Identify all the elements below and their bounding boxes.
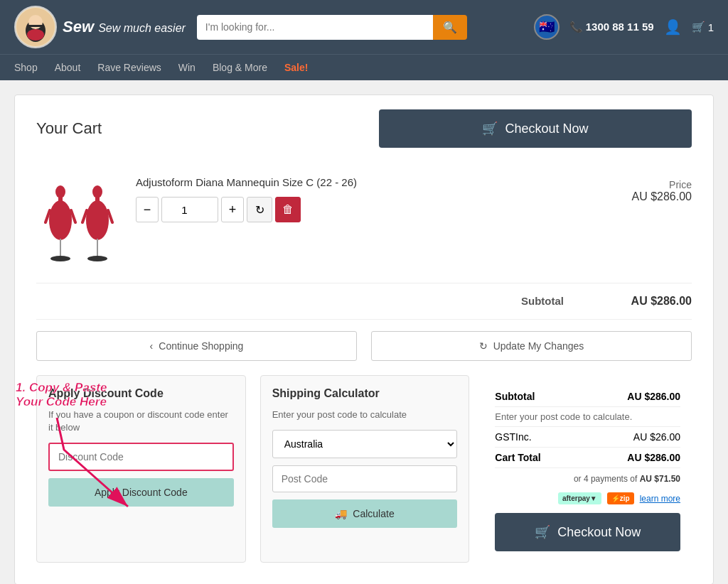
subtotal-value: AU $286.00 [621,295,692,308]
svg-point-16 [87,256,107,261]
cart-total-value: AU $286.00 [627,452,680,463]
shipping-title: Shipping Calculator [272,387,458,400]
continue-shopping-button[interactable]: ‹ Continue Shopping [36,331,357,361]
subtotal-row: Subtotal AU $286.00 [36,283,692,320]
gst-label: GSTInc. [495,431,531,443]
svg-point-9 [50,256,70,261]
qty-input[interactable] [161,197,218,222]
nav-reviews[interactable]: Rave Reviews [97,59,161,76]
search-input[interactable] [197,15,433,40]
cart-total-row: Cart Total AU $286.00 [495,448,680,468]
gst-value: AU $26.00 [633,431,680,443]
update-changes-button[interactable]: ↻ Update My Changes [371,331,692,361]
svg-rect-15 [97,239,98,257]
nav-sale[interactable]: Sale! [284,59,308,76]
summary-subtotal-value: AU $286.00 [627,391,680,402]
nav-blog[interactable]: Blog & More [213,59,267,76]
cart-button[interactable]: 🛒 1 [692,21,714,33]
minus-icon: − [144,202,151,217]
subtotal-label: Subtotal [521,295,564,308]
action-row: ‹ Continue Shopping ↻ Update My Changes [36,331,692,361]
cart-wrapper: Your Cart 🛒 Checkout Now [14,94,714,584]
mannequin-1 [44,183,77,261]
postcode-note: Enter your post code to calculate. [495,407,680,427]
discount-section: Apply Discount Code If you have a coupon… [36,375,246,563]
svg-point-3 [27,29,44,40]
delete-button[interactable]: 🗑 [275,197,301,222]
afterpay-row: or 4 payments of AU $71.50 [495,468,680,490]
search-button[interactable]: 🔍 [433,15,467,40]
svg-point-7 [49,200,72,240]
svg-point-12 [92,185,102,198]
price-label: Price [631,179,692,190]
svg-point-14 [86,200,109,240]
discount-description: If you have a coupon or discount code en… [48,409,234,434]
main-content: Your Cart 🛒 Checkout Now [0,80,728,584]
logo-text: Sew Sew much easier [63,18,186,36]
discount-code-input[interactable] [48,443,234,471]
svg-rect-8 [60,239,61,257]
refresh-update-icon: ↻ [479,340,488,352]
gst-row: GSTInc. AU $26.00 [495,427,680,448]
delete-icon: 🗑 [282,203,294,216]
chevron-left-icon: ‹ [150,340,154,352]
item-image [36,176,122,269]
cart-header: Your Cart 🛒 Checkout Now [36,109,692,148]
checkout-button-top[interactable]: 🛒 Checkout Now [379,109,692,148]
refresh-button[interactable]: ↻ [247,197,272,222]
apply-discount-button[interactable]: Apply Discount Code [48,478,234,507]
search-icon: 🔍 [443,21,457,33]
shipping-section: Shipping Calculator Enter your post code… [260,375,470,563]
site-header: Sew Sew much easier 🔍 🇦🇺 📞 1300 88 11 59… [0,0,728,54]
truck-icon: 🚚 [335,508,347,519]
cart-total-label: Cart Total [495,452,540,463]
phone-number: 📞 1300 88 11 59 [569,21,654,33]
nav-shop[interactable]: Shop [14,59,38,76]
afterpay-text: or 4 payments of [574,474,637,484]
item-details: Adjustoform Diana Mannequin Size C (22 -… [136,176,617,222]
summary-subtotal-row: Subtotal AU $286.00 [495,386,680,407]
mannequin-2 [81,183,114,261]
cart-checkout-icon-top: 🛒 [482,121,498,136]
item-price: AU $286.00 [631,190,692,203]
bottom-sections: Apply Discount Code If you have a coupon… [36,375,692,563]
svg-rect-4 [27,25,44,27]
search-bar[interactable]: 🔍 [197,15,467,40]
cart-icon: 🛒 [692,21,705,33]
afterpay-logo: afterpay▼ [558,492,601,504]
user-icon[interactable]: 👤 [664,18,682,36]
logo-avatar [14,6,57,48]
order-summary: Subtotal AU $286.00 Enter your post code… [483,375,692,563]
postcode-input[interactable] [272,465,458,492]
shipping-description: Enter your post code to calculate [272,409,458,421]
svg-point-5 [55,185,65,198]
refresh-icon: ↻ [255,203,264,217]
nav-win[interactable]: Win [178,59,196,76]
cart-checkout-icon-bottom: 🛒 [535,524,550,540]
cart-container: Your Cart 🛒 Checkout Now [14,94,714,584]
plus-icon: + [229,202,237,217]
item-name: Adjustoform Diana Mannequin Size C (22 -… [136,176,617,188]
qty-controls: − + ↻ 🗑 [136,197,617,222]
main-nav: Shop About Rave Reviews Win Blog & More … [0,54,728,80]
checkout-button-bottom[interactable]: 🛒 Checkout Now [495,513,680,551]
discount-title: Apply Discount Code [48,387,234,400]
logo-area[interactable]: Sew Sew much easier [14,6,186,48]
header-right: 🇦🇺 📞 1300 88 11 59 👤 🛒 1 [534,14,714,40]
flag-icon[interactable]: 🇦🇺 [534,14,560,40]
summary-subtotal-label: Subtotal [495,391,535,402]
mannequin-image [44,183,114,261]
country-select[interactable]: Australia [272,430,458,458]
qty-decrease-button[interactable]: − [136,197,159,222]
nav-about[interactable]: About [55,59,81,76]
learn-more-link[interactable]: learn more [640,494,680,504]
cart-title: Your Cart [36,119,102,138]
item-price-area: Price AU $286.00 [631,176,692,203]
calculate-button[interactable]: 🚚 Calculate [272,499,458,528]
qty-increase-button[interactable]: + [221,197,244,222]
zip-logo: ⚡zip [607,492,634,504]
payment-logos: afterpay▼ ⚡zip learn more [495,492,680,504]
cart-item: Adjustoform Diana Mannequin Size C (22 -… [36,162,692,283]
afterpay-amount: AU $71.50 [640,474,680,484]
